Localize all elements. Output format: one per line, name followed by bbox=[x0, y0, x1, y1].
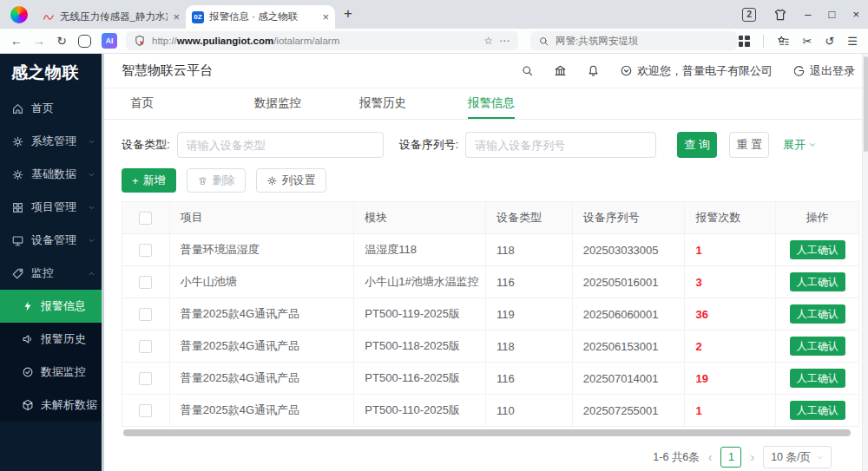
sidebar-item-device[interactable]: 设备管理 bbox=[0, 224, 104, 257]
delete-button[interactable]: 删除 bbox=[187, 168, 246, 193]
logout-button[interactable]: 退出登录 bbox=[792, 63, 855, 79]
sidebar-item-system[interactable]: 系统管理 bbox=[0, 125, 104, 158]
home-button[interactable] bbox=[78, 35, 91, 48]
scrollbar-thumb[interactable] bbox=[123, 429, 851, 436]
vertical-scrollbar[interactable] bbox=[862, 54, 868, 471]
row-checkbox[interactable] bbox=[139, 276, 152, 289]
search-icon[interactable] bbox=[521, 64, 534, 77]
scrollbar-thumb[interactable] bbox=[864, 56, 868, 152]
url-host: www.puliangiot.com bbox=[177, 36, 273, 46]
column-header[interactable]: 操作 bbox=[776, 202, 858, 233]
column-header[interactable]: 设备序列号 bbox=[573, 202, 686, 233]
page-actions-icon[interactable]: ⋯ bbox=[499, 35, 510, 47]
sidebar-item-alarm-history[interactable]: 报警历史 bbox=[0, 323, 104, 356]
tab-home[interactable]: 首页 bbox=[130, 88, 154, 119]
search-button[interactable]: 查 询 bbox=[677, 132, 717, 158]
undo-icon[interactable]: ↺ bbox=[825, 35, 834, 48]
sidebar-item-label: 报警信息 bbox=[41, 298, 86, 314]
sidebar-item-home[interactable]: 首页 bbox=[0, 92, 104, 125]
column-header[interactable]: 模块 bbox=[354, 202, 486, 233]
serial-input[interactable] bbox=[465, 132, 656, 158]
prev-page-icon[interactable]: ‹ bbox=[708, 450, 713, 464]
address-bar[interactable]: http://www.puliangiot.com/iotalarm/alarm… bbox=[126, 31, 518, 50]
user-welcome[interactable]: 欢迎您，普量电子有限公司 bbox=[620, 63, 773, 79]
tab2-close-icon[interactable]: × bbox=[322, 10, 329, 23]
column-header[interactable]: 设备类型 bbox=[486, 202, 573, 233]
shield-icon[interactable] bbox=[134, 35, 146, 47]
next-page-icon[interactable]: › bbox=[750, 450, 754, 464]
maximize-button[interactable]: □ bbox=[829, 8, 836, 21]
column-header[interactable]: 报警次数 bbox=[685, 202, 776, 233]
browser-tab-1[interactable]: 无线压力传感器_静力水准仪_ × bbox=[36, 5, 186, 29]
tab-alarm-info[interactable]: 报警信息 bbox=[468, 88, 515, 119]
new-tab-button[interactable]: + bbox=[344, 5, 352, 23]
column-header[interactable]: 项目 bbox=[170, 202, 354, 233]
reset-button[interactable]: 重 置 bbox=[729, 132, 769, 158]
menu-icon[interactable]: ☰ bbox=[847, 35, 858, 48]
apps-grid-icon[interactable] bbox=[739, 36, 750, 47]
row-checkbox[interactable] bbox=[139, 340, 152, 353]
tab-count-badge[interactable]: 2 bbox=[742, 8, 756, 22]
device-type-cell: 116 bbox=[486, 363, 573, 394]
confirm-button[interactable]: 人工确认 bbox=[790, 369, 845, 388]
bell-icon[interactable] bbox=[587, 64, 600, 77]
row-checkbox[interactable] bbox=[139, 404, 152, 417]
url-protocol: http:// bbox=[152, 36, 177, 46]
row-checkbox[interactable] bbox=[139, 244, 152, 257]
sidebar-submenu: 报警信息 报警历史 数据监控 未解析数据 bbox=[0, 290, 104, 422]
select-all-checkbox[interactable] bbox=[139, 212, 152, 225]
device-type-input[interactable] bbox=[177, 132, 384, 158]
browser-logo-icon[interactable] bbox=[10, 6, 28, 23]
sidebar-item-monitor[interactable]: 监控 bbox=[0, 257, 104, 290]
chevron-down-icon bbox=[808, 141, 817, 149]
row-checkbox[interactable] bbox=[139, 372, 152, 385]
back-button[interactable]: ← bbox=[5, 34, 28, 48]
column-settings-button[interactable]: 列设置 bbox=[256, 168, 326, 193]
sidebar-item-project[interactable]: 项目管理 bbox=[0, 191, 104, 224]
header-actions: 欢迎您，普量电子有限公司 退出登录 bbox=[521, 63, 855, 79]
add-button[interactable]: + 新增 bbox=[122, 168, 176, 193]
table-row: 普量2025款4G通讯产品 PT500-110-2025版 110 202507… bbox=[122, 394, 858, 426]
tab-alarm-history[interactable]: 报警历史 bbox=[359, 88, 406, 119]
bookmark-star-icon[interactable]: ☆ bbox=[483, 35, 493, 47]
tab1-close-icon[interactable]: × bbox=[173, 10, 180, 23]
close-window-button[interactable]: × bbox=[852, 8, 859, 21]
table-row: 普量2025款4G通讯产品 PT500-118-2025版 118 202506… bbox=[122, 330, 858, 362]
reload-button[interactable]: ↻ bbox=[50, 34, 73, 48]
alarm-count-cell: 19 bbox=[685, 363, 776, 394]
trash-icon bbox=[197, 175, 208, 186]
ai-extension-icon[interactable]: AI bbox=[102, 33, 117, 49]
bookmarks-list-icon[interactable] bbox=[777, 35, 790, 48]
extension-shirt-icon[interactable] bbox=[773, 8, 787, 22]
tab-data-monitor[interactable]: 数据监控 bbox=[254, 88, 301, 119]
scissors-icon[interactable]: ✂ bbox=[803, 35, 812, 48]
browser-search-box[interactable] bbox=[530, 31, 737, 50]
confirm-button[interactable]: 人工确认 bbox=[790, 337, 845, 356]
browser-tab-2[interactable]: 0Z 报警信息 · 感之物联 × bbox=[186, 5, 335, 29]
sidebar-item-basedata[interactable]: 基础数据 bbox=[0, 158, 104, 191]
horizontal-scrollbar[interactable] bbox=[122, 429, 859, 436]
minimize-button[interactable]: – bbox=[805, 8, 811, 21]
confirm-button[interactable]: 人工确认 bbox=[790, 272, 845, 291]
action-cell: 人工确认 bbox=[776, 395, 858, 426]
url-path: /iotalarm/alarm bbox=[273, 36, 339, 46]
bank-icon[interactable] bbox=[554, 64, 567, 77]
action-cell: 人工确认 bbox=[776, 298, 858, 330]
page-number-button[interactable]: 1 bbox=[720, 447, 741, 468]
confirm-button[interactable]: 人工确认 bbox=[790, 240, 845, 259]
forward-button[interactable]: → bbox=[28, 34, 50, 48]
sidebar-item-unparsed-data[interactable]: 未解析数据 bbox=[0, 389, 104, 422]
expand-link[interactable]: 展开 bbox=[783, 137, 817, 153]
browser-window: 无线压力传感器_静力水准仪_ × 0Z 报警信息 · 感之物联 × + 2 – … bbox=[0, 0, 868, 471]
serial-cell: 202506153001 bbox=[573, 330, 686, 362]
row-check-cell bbox=[122, 266, 170, 298]
page-size-select[interactable]: 10 条/页 bbox=[763, 446, 832, 468]
confirm-button[interactable]: 人工确认 bbox=[790, 401, 845, 420]
confirm-button[interactable]: 人工确认 bbox=[790, 304, 845, 324]
browser-search-input[interactable] bbox=[556, 36, 729, 46]
url-text[interactable]: http://www.puliangiot.com/iotalarm/alarm bbox=[152, 36, 477, 46]
app-header: 智慧物联云平台 欢迎您，普量电子有限公司 退出登录 bbox=[104, 54, 868, 88]
sidebar-item-alarm-info[interactable]: 报警信息 bbox=[0, 290, 104, 323]
sidebar-item-data-monitor[interactable]: 数据监控 bbox=[0, 356, 104, 389]
row-checkbox[interactable] bbox=[139, 308, 152, 321]
